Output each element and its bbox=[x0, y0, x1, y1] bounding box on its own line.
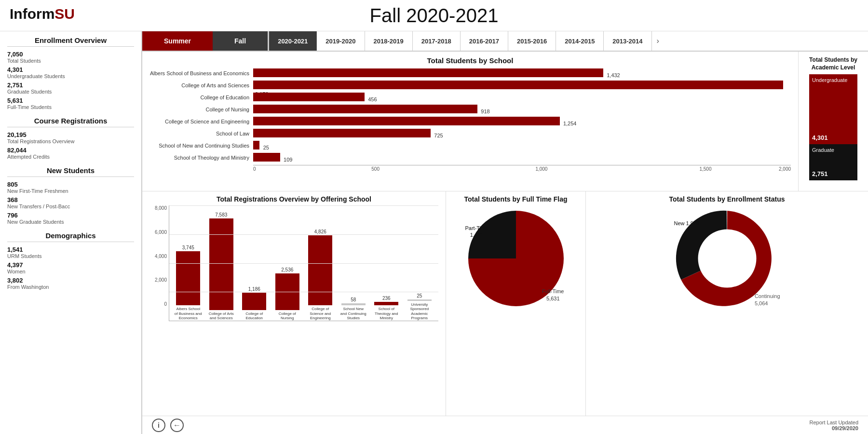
x-tick-1500: 1,500 bbox=[581, 165, 745, 172]
nav-icons: i ← bbox=[152, 419, 184, 432]
vbar-fill bbox=[374, 302, 398, 305]
stat-from-wa: 3,802 From Washington bbox=[7, 277, 134, 290]
y-tick-6000: 6,000 bbox=[155, 230, 167, 235]
stat-label: URM Students bbox=[7, 253, 134, 259]
bar-fill bbox=[253, 129, 431, 137]
stat-undergrad: 4,301 Undergraduate Students bbox=[7, 66, 134, 79]
stat-label: New First-Time Freshmen bbox=[7, 188, 134, 194]
tab-year-2014[interactable]: 2014-2015 bbox=[556, 31, 604, 51]
stat-value: 5,631 bbox=[7, 97, 134, 104]
x-axis: 0 500 1,000 1,500 2,000 bbox=[253, 165, 791, 172]
fulltime-pie-section: Total Students by Full Time Flag Part-Ti… bbox=[446, 191, 586, 416]
stat-urm: 1,541 URM Students bbox=[7, 246, 134, 259]
tab-year-2017[interactable]: 2017-2018 bbox=[413, 31, 461, 51]
tab-year-2020[interactable]: 2020-2021 bbox=[269, 31, 317, 51]
bars-area: 3,745 Albers School of Business and Econ… bbox=[169, 205, 438, 321]
tab-year-2013[interactable]: 2013-2014 bbox=[604, 31, 651, 51]
stat-label: New Transfers / Post-Bacc bbox=[7, 203, 134, 209]
bar-label: College of Science and Engineering bbox=[149, 119, 253, 124]
stat-value: 796 bbox=[7, 212, 134, 219]
vbar-value: 236 bbox=[382, 296, 391, 301]
back-icon[interactable]: ← bbox=[170, 419, 184, 432]
reg-chart: Total Registrations Overview by Offering… bbox=[142, 191, 446, 416]
tab-next-arrow[interactable]: › bbox=[652, 31, 664, 51]
bar-fill bbox=[253, 153, 280, 162]
bar-label: College of Nursing bbox=[149, 107, 253, 112]
stat-total-students: 7,050 Total Students bbox=[7, 51, 134, 64]
grad-label: Graduate bbox=[812, 147, 854, 153]
report-updated: Report Last Updated 09/29/2020 bbox=[809, 420, 858, 431]
tab-year-2016[interactable]: 2016-2017 bbox=[461, 31, 508, 51]
bar-fill bbox=[253, 93, 365, 101]
school-bar-chart: Total Students by School Albers School o… bbox=[142, 52, 798, 191]
stat-label: From Washington bbox=[7, 284, 134, 290]
stat-label: Full-Time Students bbox=[7, 104, 134, 110]
bar-row-science: College of Science and Engineering 1,254 bbox=[149, 117, 791, 126]
stat-value: 368 bbox=[7, 196, 134, 203]
vbar-university: 25 University Sponsored Academic Program… bbox=[403, 293, 436, 321]
new-students-section: New Students 805 New First-Time Freshmen… bbox=[7, 166, 134, 225]
stat-label: New Graduate Students bbox=[7, 219, 134, 225]
bar-wrapper: 109 bbox=[253, 153, 791, 163]
reg-chart-area: 8,000 6,000 4,000 2,000 0 bbox=[149, 205, 438, 321]
stat-label: Graduate Students bbox=[7, 89, 134, 95]
bar-value: 1,432 bbox=[607, 72, 620, 78]
new-label: New 1,976 bbox=[674, 220, 700, 227]
stat-label: Total Students bbox=[7, 58, 134, 64]
academic-level-title: Total Students byAcademic Level bbox=[802, 56, 864, 71]
enrollment-status-title: Total Students by Enrollment Status bbox=[669, 195, 785, 203]
bar-wrapper: 1,254 bbox=[253, 117, 791, 126]
vbar-value: 2,536 bbox=[281, 267, 293, 272]
tab-summer[interactable]: Summer bbox=[142, 31, 213, 51]
vbar-label: College of Nursing bbox=[273, 312, 301, 321]
enrollment-title: Enrollment Overview bbox=[7, 36, 134, 47]
stat-transfers: 368 New Transfers / Post-Bacc bbox=[7, 196, 134, 209]
y-tick-4000: 4,000 bbox=[155, 254, 167, 259]
bar-label: College of Arts and Sciences bbox=[149, 82, 253, 88]
bar-wrapper: 918 bbox=[253, 105, 791, 114]
new-students-title: New Students bbox=[7, 166, 134, 177]
undergrad-label: Undergraduate bbox=[812, 77, 854, 83]
grad-bar: Graduate 2,751 bbox=[809, 144, 857, 180]
reg-chart-title: Total Registrations Overview by Offering… bbox=[149, 195, 438, 203]
stat-value: 4,301 bbox=[7, 66, 134, 73]
stat-value: 3,802 bbox=[7, 277, 134, 284]
demographics-title: Demographics bbox=[7, 231, 134, 242]
tab-year-2019[interactable]: 2019-2020 bbox=[317, 31, 365, 51]
bar-label: Albers School of Business and Economics bbox=[149, 70, 253, 76]
vbar-fill bbox=[308, 235, 332, 305]
info-icon[interactable]: i bbox=[152, 419, 165, 432]
stat-attempted-credits: 82,044 Attempted Credits bbox=[7, 147, 134, 160]
tab-year-2015[interactable]: 2015-2016 bbox=[508, 31, 556, 51]
vbar-arts: 7,583 College of Arts and Sciences bbox=[205, 212, 238, 321]
donut-hole bbox=[698, 230, 756, 288]
vbar-value: 58 bbox=[351, 297, 356, 302]
vbar-label: School New and Continuing Studies bbox=[339, 307, 367, 321]
vbar-label: College of Education bbox=[240, 312, 268, 321]
vbar-fill bbox=[407, 299, 432, 301]
vbar-new-continuing: 58 School New and Continuing Studies bbox=[337, 297, 370, 321]
header: InformSU Fall 2020-2021 bbox=[0, 0, 868, 31]
y-tick-2000: 2,000 bbox=[155, 277, 167, 283]
stat-value: 2,751 bbox=[7, 81, 134, 89]
school-chart-title: Total Students by School bbox=[149, 56, 791, 65]
tab-year-2018[interactable]: 2018-2019 bbox=[365, 31, 413, 51]
tab-fall[interactable]: Fall bbox=[213, 31, 268, 51]
page-title: Fall 2020-2021 bbox=[370, 5, 499, 27]
fulltime-label: Full-Time5,631 bbox=[542, 288, 564, 302]
bar-row-education: College of Education 456 bbox=[149, 93, 791, 102]
fulltime-pie-chart: Part-Time1,421 Full-Time5,631 bbox=[463, 205, 569, 312]
bar-row-arts: College of Arts and Sciences 2,170 bbox=[149, 81, 791, 90]
footer-bar: i ← Report Last Updated 09/29/2020 bbox=[142, 416, 868, 434]
enrollment-status-section: Total Students by Enrollment Status New … bbox=[586, 191, 868, 416]
grad-value: 2,751 bbox=[812, 170, 854, 177]
vbar-label: School of Theology and Ministry bbox=[372, 307, 400, 321]
top-section: Total Students by School Albers School o… bbox=[142, 52, 868, 191]
stat-new-grad: 796 New Graduate Students bbox=[7, 212, 134, 225]
main-layout: Enrollment Overview 7,050 Total Students… bbox=[0, 31, 868, 434]
vbar-value: 4,826 bbox=[314, 229, 326, 234]
logo: InformSU bbox=[10, 6, 75, 22]
bar-row-continuing: School of New and Continuing Studies 25 bbox=[149, 141, 791, 150]
stat-women: 4,397 Women bbox=[7, 261, 134, 274]
stat-value: 805 bbox=[7, 181, 134, 188]
